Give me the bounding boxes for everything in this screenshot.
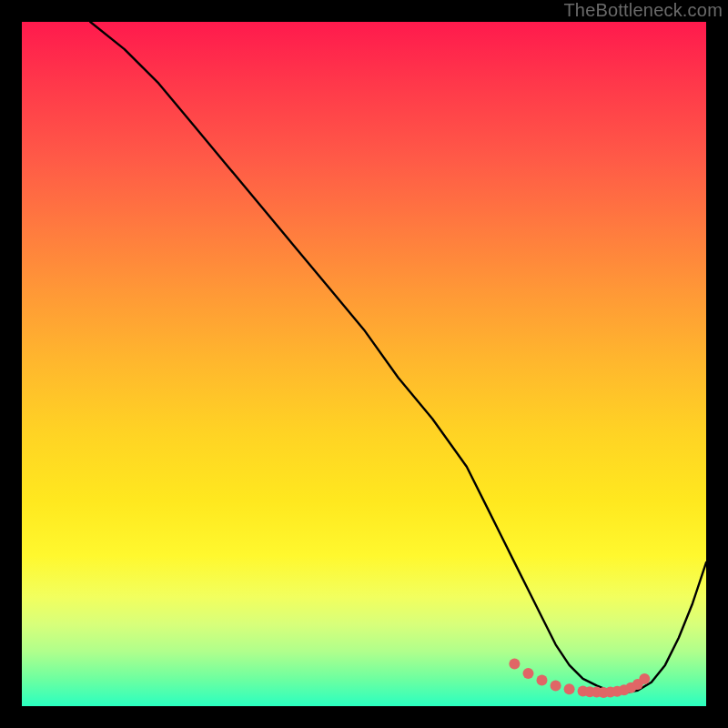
watermark-text: TheBottleneck.com — [563, 0, 723, 21]
bottleneck-curve — [90, 22, 706, 693]
highlight-dot — [537, 674, 548, 685]
curve-layer — [22, 22, 706, 706]
plot-area — [22, 22, 706, 706]
highlight-dot — [564, 683, 575, 694]
highlight-dot — [639, 673, 650, 684]
highlight-dot — [551, 680, 561, 691]
highlight-dot — [509, 658, 520, 669]
highlight-dots — [509, 658, 650, 698]
chart-frame: TheBottleneck.com — [0, 0, 728, 728]
highlight-dot — [523, 668, 534, 679]
